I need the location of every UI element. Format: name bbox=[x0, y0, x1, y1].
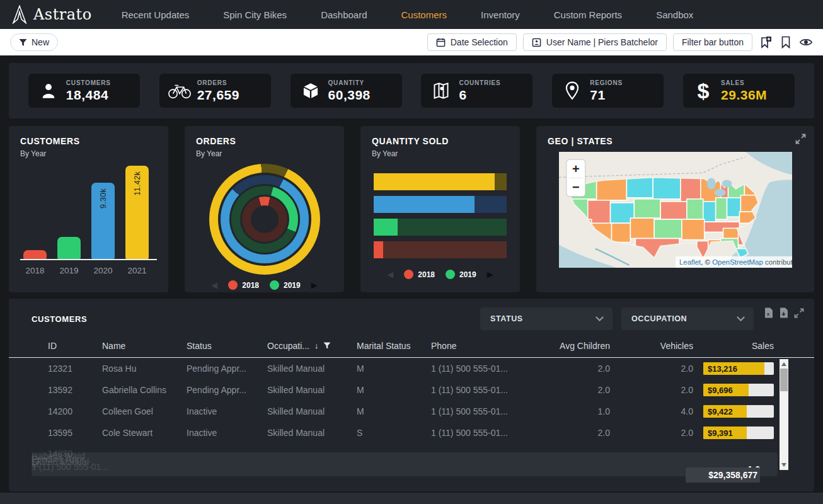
kpi-label: SALES bbox=[721, 79, 767, 86]
export-data-icon[interactable] bbox=[779, 307, 788, 318]
scrollbar-thumb[interactable] bbox=[780, 369, 788, 391]
bookmark-add-icon[interactable] bbox=[759, 35, 773, 49]
chart-title: ORDERS bbox=[196, 136, 333, 146]
id-badge-icon bbox=[532, 38, 541, 47]
us-states-map[interactable]: + − Leaflet, © OpenStreetMap contributor… bbox=[559, 152, 792, 268]
legend-item-2018[interactable]: 2018 bbox=[404, 270, 435, 279]
chevron-down-icon bbox=[737, 313, 745, 321]
bar-2019[interactable] bbox=[57, 237, 81, 259]
nav-item-inventory[interactable]: Inventory bbox=[464, 9, 537, 20]
map-zoom-out-button: − bbox=[572, 180, 580, 194]
hbar-2018[interactable] bbox=[374, 241, 507, 258]
kpi-countries: COUNTRIES 6 bbox=[421, 74, 532, 108]
sort-desc-icon[interactable]: ↓ bbox=[314, 341, 319, 350]
status-dropdown-label: STATUS bbox=[490, 314, 523, 323]
scroll-down-arrow[interactable] bbox=[781, 463, 786, 467]
filter-bar-button[interactable]: Filter bar button bbox=[673, 33, 752, 51]
col-status[interactable]: Status bbox=[187, 341, 267, 351]
kpi-quantity: QUANTITY 60,398 bbox=[291, 74, 402, 108]
chart-legend: ◀20182019▶ bbox=[196, 280, 333, 290]
kpi-value: 27,659 bbox=[197, 88, 239, 103]
col-id[interactable]: ID bbox=[32, 341, 102, 351]
table-row[interactable]: 14200Colleen GoelInactiveSkilled ManualM… bbox=[9, 401, 814, 422]
new-filter-button[interactable]: New bbox=[10, 33, 58, 51]
chart-subtitle: By Year bbox=[372, 149, 509, 158]
faded-phone: 1 (11) 500 555-01... bbox=[32, 462, 760, 472]
map-zoom-in-button: + bbox=[572, 162, 580, 176]
legend-item-2019[interactable]: 2019 bbox=[270, 280, 301, 290]
nav-item-dashboard[interactable]: Dashboard bbox=[304, 9, 384, 20]
date-selection-button[interactable]: Date Selection bbox=[427, 33, 517, 51]
bar-2018[interactable] bbox=[23, 250, 47, 259]
col-phone[interactable]: Phone bbox=[431, 341, 537, 351]
occupation-dropdown-label: OCCUPATION bbox=[631, 314, 687, 323]
brand[interactable]: Astrato bbox=[11, 5, 92, 24]
legend-prev-arrow[interactable]: ◀ bbox=[387, 270, 393, 278]
chart-title: CUSTOMERS bbox=[20, 136, 157, 146]
kpi-label: CUSTOMERS bbox=[66, 79, 111, 86]
bicycle-icon bbox=[162, 83, 197, 99]
column-filter-icon[interactable] bbox=[323, 342, 331, 349]
bar-2021[interactable]: 11.42k bbox=[125, 166, 149, 259]
table-row[interactable]: 13595Cole StewartInactiveSkilled ManualS… bbox=[9, 422, 814, 444]
map-zoom-control: + − bbox=[567, 159, 585, 197]
legend-item-2019[interactable]: 2019 bbox=[446, 270, 476, 279]
col-name[interactable]: Name bbox=[102, 341, 187, 351]
nav-item-customers[interactable]: Customers bbox=[384, 9, 464, 20]
legend-next-arrow[interactable]: ▶ bbox=[487, 270, 493, 278]
map-pin-icon bbox=[555, 81, 590, 100]
map-icon bbox=[423, 82, 459, 100]
table-scrollbar[interactable] bbox=[780, 359, 788, 470]
x-tick: 2021 bbox=[125, 266, 149, 275]
funnel-icon bbox=[19, 38, 27, 47]
nav-item-spin-city-bikes[interactable]: Spin City Bikes bbox=[206, 9, 304, 20]
hbar-2019[interactable] bbox=[374, 219, 507, 236]
col-avg-children[interactable]: Avg Children bbox=[537, 341, 610, 351]
scroll-up-arrow[interactable] bbox=[781, 362, 786, 366]
bottom-strip bbox=[0, 493, 823, 504]
col-vehicles[interactable]: Vehicles bbox=[610, 341, 693, 351]
table-row[interactable]: 12321Rosa HuPending Appr...Skilled Manua… bbox=[9, 358, 814, 379]
bookmark-icon[interactable] bbox=[779, 35, 793, 49]
orders-by-year-card: ORDERS By Year ◀20182019▶ bbox=[185, 126, 344, 292]
col-sales[interactable]: Sales bbox=[693, 341, 774, 351]
legend-prev-arrow[interactable]: ◀ bbox=[211, 281, 217, 289]
filter-bar-label: Filter bar button bbox=[682, 37, 744, 47]
sales-bar: $9,696 bbox=[693, 384, 774, 396]
x-tick: 2018 bbox=[23, 266, 47, 275]
legend-item-2018[interactable]: 2018 bbox=[228, 280, 259, 290]
chart-legend: ◀20182019▶ bbox=[372, 270, 509, 279]
hbar-2020[interactable] bbox=[374, 196, 507, 213]
col-marital-status[interactable]: Marital Status bbox=[357, 341, 431, 351]
expand-icon[interactable] bbox=[795, 134, 806, 144]
nav-item-recent-updates[interactable]: Recent Updates bbox=[105, 9, 207, 20]
donut-chart[interactable] bbox=[196, 163, 333, 275]
user-label: User Name | Piers Batchelor bbox=[546, 37, 658, 47]
kpi-value: 71 bbox=[590, 88, 623, 103]
sales-bar: $13,216 bbox=[693, 362, 774, 375]
legend-next-arrow[interactable]: ▶ bbox=[311, 281, 318, 289]
export-excel-icon[interactable]: x bbox=[764, 307, 773, 318]
chevron-down-icon bbox=[596, 313, 604, 321]
status-dropdown[interactable]: STATUS bbox=[480, 307, 613, 330]
table-body: 12321Rosa HuPending Appr...Skilled Manua… bbox=[9, 358, 814, 444]
astrato-logo-icon bbox=[11, 5, 28, 24]
bar-chart[interactable]: 9.30k11.42k bbox=[20, 167, 157, 260]
sales-bar: $9,422 bbox=[693, 405, 774, 418]
geo-states-card: GEO | STATES bbox=[536, 126, 814, 292]
bar-2020[interactable]: 9.30k bbox=[91, 183, 115, 259]
occupation-dropdown[interactable]: OCCUPATION bbox=[621, 307, 754, 330]
table-row[interactable]: 13592Gabriella CollinsPending Appr...Ski… bbox=[9, 379, 814, 401]
col-occupation[interactable]: Occupati... ↓ bbox=[267, 341, 357, 351]
x-tick: 2020 bbox=[91, 266, 115, 275]
expand-icon[interactable] bbox=[794, 308, 804, 318]
x-tick: 2019 bbox=[57, 266, 81, 275]
nav-item-sandbox[interactable]: Sandbox bbox=[639, 9, 710, 20]
package-icon bbox=[293, 82, 328, 100]
date-selection-label: Date Selection bbox=[451, 37, 508, 47]
hbar-2021[interactable] bbox=[374, 173, 507, 190]
user-button[interactable]: User Name | Piers Batchelor bbox=[523, 33, 667, 51]
eye-icon[interactable] bbox=[799, 35, 813, 49]
nav-item-custom-reports[interactable]: Custom Reports bbox=[537, 9, 639, 20]
hbar-chart[interactable] bbox=[372, 173, 509, 258]
